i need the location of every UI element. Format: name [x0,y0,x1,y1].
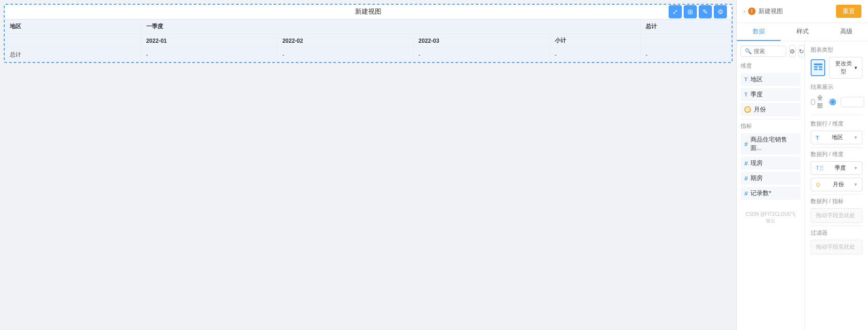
metric-item-1[interactable]: # 商品住宅销售面... [741,133,801,155]
search-input-wrap[interactable]: 🔍 [741,46,786,57]
result-display-section: 全部 1000 [811,94,862,110]
dim-item-month[interactable]: ◷ 月份 [741,103,801,116]
settings-button[interactable]: ⚙ [714,5,727,18]
dim-clock-icon-month: ◷ [744,106,751,113]
chart-type-label: 图表类型 [811,46,862,54]
dropdown-chevron-3: ▾ [854,181,857,188]
col-ym3-header: 2022-03 [414,34,550,48]
col-region-header: 地区 [5,20,142,34]
metric-item-2[interactable]: # 现房 [741,157,801,170]
right-header: › ! 新建视图 重置 [737,0,868,23]
field-clock-icon: ⊙ [816,181,821,188]
dim-item-season[interactable]: T 季度 [741,88,801,101]
drag-placeholder-metric: 拖动字段至此处 [811,208,862,223]
tab-data[interactable]: 数据 [737,23,781,41]
metric-item-4[interactable]: # 记录数* [741,187,801,200]
radio-all-circle [811,99,815,105]
info-icon: ! [748,8,756,15]
col-season-header: 一季度 [141,20,640,34]
dim-T-icon-season: T [744,92,748,97]
settings-icon-btn[interactable]: ⚙ [789,45,796,57]
col-total-header: 总计 [640,20,731,34]
field-panel: 🔍 ⚙ ↻ 维度 T 地区 T 季度 ◷ 月份 指标 [737,41,805,330]
divider-config-1 [811,115,862,115]
dim-item-region[interactable]: T 地区 [741,73,801,86]
chevron-icon: › [743,8,745,15]
col-dim-dropdown-2[interactable]: ⊙ 月份 ▾ [811,178,862,191]
table-chart-icon [813,63,823,72]
data-col-metric-label: 数据列 / 指标 [811,197,862,205]
bottom-area [4,63,733,326]
data-col-dim-label: 数据列 / 维度 [811,150,862,158]
fullscreen-button[interactable]: ⤢ [669,5,682,18]
svg-rect-0 [814,63,822,65]
col-ym1-header: 2022-01 [141,34,277,48]
col-total-sub-header [640,34,731,48]
row-dim-value: 地区 [832,134,843,141]
left-panel: 新建视图 ⤢ ⊞ ✎ ⚙ 地区 一季度 总计 [0,0,736,330]
dash-cell-5: - [640,48,731,62]
config-panel: 图表类型 更改类型 ▾ 结果展示 [805,41,868,330]
tab-style[interactable]: 样式 [781,23,824,41]
view-header: 新建视图 ⤢ ⊞ ✎ ⚙ [5,5,732,19]
dim-label-season: 季度 [750,90,763,99]
reset-button[interactable]: 重置 [836,5,861,18]
right-view-name: 新建视图 [758,7,783,16]
right-header-left: › ! 新建视图 [743,7,783,16]
tabs-row: 数据 样式 高级 [737,23,868,41]
edit-button[interactable]: ✎ [699,5,712,18]
radio-all[interactable]: 全部 [811,94,825,110]
data-table: 地区 一季度 总计 2022-01 2022-02 [5,19,732,62]
col-dim-dropdown-1[interactable]: T三 季度 ▾ [811,161,862,175]
search-row: 🔍 ⚙ ↻ [741,45,801,57]
divider-config-4 [811,226,862,226]
dash-cell-3: - [414,48,550,62]
metric-hash-4: # [744,190,748,197]
grid-button[interactable]: ⊞ [684,5,697,18]
result-display-label: 结果展示 [811,83,862,91]
dim-label-region: 地区 [750,75,763,84]
col-subtotal-header: 小计 [550,34,640,48]
drag-placeholder-filter: 拖动字段至此处 [811,240,862,254]
metrics-title: 指标 [741,122,801,130]
metric-hash-2: # [744,160,748,167]
dropdown-chevron-2: ▾ [854,165,857,171]
filter-label: 过滤器 [811,229,862,237]
metric-label-3: 期房 [750,174,763,182]
col-dim-value-1: 季度 [835,164,846,172]
radio-num[interactable] [829,99,836,105]
metric-hash-1: # [744,141,748,148]
dash-cell-4: - [550,48,640,62]
chevron-down-icon: ▾ [854,64,857,71]
change-type-button[interactable]: 更改类型 ▾ [829,57,862,79]
view-title: 新建视图 [355,8,381,16]
svg-rect-1 [814,66,818,68]
data-row-dim-label1: 数据行 / 维度 [811,120,862,128]
dimensions-title: 维度 [741,62,801,70]
table-row: 总计 - - - - - [5,48,732,62]
field-T-icon-2: T三 [816,165,824,172]
dash-cell-1: - [141,48,277,62]
svg-rect-2 [819,66,822,68]
search-input[interactable] [754,48,782,55]
col-blank-header [5,34,142,48]
divider-config-2 [811,147,862,148]
refresh-icon-btn[interactable]: ↻ [798,45,805,57]
tab-advanced[interactable]: 高级 [824,23,868,41]
chart-type-row: 更改类型 ▾ [811,57,862,79]
search-icon: 🔍 [745,48,752,55]
view-actions: ⤢ ⊞ ✎ ⚙ [669,5,727,18]
svg-rect-4 [819,69,822,70]
dropdown-chevron-1: ▾ [854,134,857,141]
view-container: 新建视图 ⤢ ⊞ ✎ ⚙ 地区 一季度 总计 [4,4,733,63]
field-T-icon-1: T [816,135,819,141]
metric-hash-3: # [744,175,748,182]
row-dim-dropdown[interactable]: T 地区 ▾ [811,131,862,144]
metric-item-3[interactable]: # 期房 [741,172,801,185]
metric-label-1: 商品住宅销售面... [750,135,797,152]
radio-num-circle [829,99,836,105]
right-panel: › ! 新建视图 重置 数据 样式 高级 🔍 ⚙ ↻ [736,0,868,330]
result-number-input[interactable]: 1000 [841,97,864,107]
col-ym2-header: 2022-02 [277,34,414,48]
dim-T-icon-region: T [744,77,748,82]
